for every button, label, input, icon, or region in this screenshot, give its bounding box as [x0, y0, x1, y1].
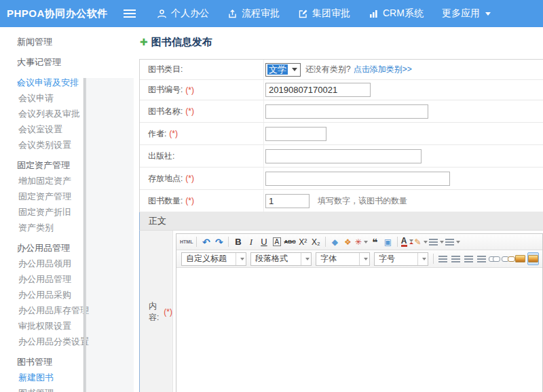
sidebar-item[interactable]: 一办公用品分类设置 — [0, 334, 134, 349]
sidebar-item[interactable]: 一增加固定资产 — [0, 173, 134, 189]
sidebar-item-label: 办公用品库存管理 — [18, 305, 89, 315]
sidebar-item-label: 固定资产管理 — [17, 160, 70, 170]
html-source-icon[interactable]: HTML — [180, 235, 193, 248]
sidebar-item[interactable]: 一办公用品采购 — [0, 287, 134, 302]
book-number-input[interactable] — [265, 83, 371, 97]
page-title: 图书信息发布 — [151, 36, 212, 49]
required-mark: (*) — [185, 106, 194, 116]
subscript-icon[interactable]: X₂ — [310, 235, 322, 248]
sidebar-item[interactable]: ›新闻管理 — [0, 34, 134, 50]
sidebar-item[interactable]: 一新建图书 — [0, 370, 134, 385]
topnav-item[interactable]: 个人办公 — [157, 7, 209, 20]
category-hint: 还没有类别? — [305, 64, 351, 75]
topnav-item[interactable]: CRM系统 — [369, 7, 424, 20]
blockquote-icon[interactable]: ❝ — [369, 235, 381, 248]
sidebar-item[interactable]: 一会议申请 — [0, 90, 134, 106]
topnav-item[interactable]: 流程审批 — [227, 7, 280, 20]
topnav-item[interactable]: 集团审批 — [298, 7, 350, 20]
required-mark: (*) — [164, 307, 172, 317]
sidebar-item[interactable]: 一固定资产管理 — [0, 189, 134, 204]
select-label: 字号 — [379, 253, 413, 264]
highlight-color-icon[interactable]: ✎ — [415, 235, 428, 248]
book-name-input[interactable] — [265, 104, 428, 119]
italic-icon[interactable]: I — [245, 235, 257, 248]
sidebar-item[interactable]: 一办公用品库存管理 — [0, 302, 134, 318]
dropdown-caret-icon — [301, 253, 311, 265]
chevron-right-icon: › — [0, 239, 17, 256]
sidebar-item-label: 会议类别设置 — [18, 140, 71, 150]
sidebar-menu: ›新闻管理›大事记管理›会议申请及安排一会议申请一会议列表及审批一会议室设置一会… — [0, 27, 134, 392]
select-label: 自定义标题 — [186, 253, 231, 264]
superscript-icon[interactable]: X² — [297, 235, 309, 248]
align-justify-icon[interactable] — [476, 252, 487, 265]
dropdown-caret-icon — [440, 241, 444, 243]
text-border-icon[interactable]: A — [271, 235, 282, 248]
custom-title-select[interactable]: 自定义标题 — [181, 252, 246, 266]
sidebar-item[interactable]: ›固定资产管理 — [0, 157, 134, 173]
font-color-icon[interactable]: A — [401, 235, 413, 248]
insert-image-icon — [515, 255, 525, 262]
bold-icon[interactable]: B — [232, 235, 244, 248]
underline-icon[interactable]: U — [258, 235, 269, 248]
redo-icon[interactable]: ↷ — [213, 235, 225, 248]
category-select[interactable]: 文学 — [265, 63, 301, 77]
chevron-right-icon: › — [0, 33, 17, 50]
main-content: ✚ 图书信息发布 图书类目: 文学 还没有类别? 点击添加类别>> 图书编号:(… — [134, 27, 543, 392]
field-label: 存放地点: — [148, 173, 183, 184]
quantity-input[interactable] — [265, 194, 310, 208]
author-input[interactable] — [265, 127, 326, 141]
align-right-icon[interactable] — [463, 252, 474, 265]
paste-filter-icon[interactable]: ▣ — [382, 235, 394, 248]
dash-icon: 一 — [0, 220, 18, 236]
sidebar-item[interactable]: 一办公用品领用 — [0, 256, 134, 271]
add-icon: ✚ — [140, 37, 148, 47]
sidebar-item[interactable]: ›图书管理 — [0, 354, 134, 370]
sidebar-item[interactable]: 一资产类别 — [0, 220, 134, 235]
sidebar-item[interactable]: ›会议申请及安排 — [0, 75, 134, 90]
link-icon[interactable] — [489, 252, 500, 265]
sidebar-item-label: 大事记管理 — [17, 57, 61, 67]
sidebar-item[interactable]: 一会议室设置 — [0, 121, 134, 137]
add-category-link[interactable]: 点击添加类别>> — [354, 64, 412, 75]
font-family-select[interactable]: 字体 — [316, 252, 370, 266]
undo-icon[interactable]: ↶ — [200, 235, 212, 248]
sidebar-item[interactable]: 一办公用品管理 — [0, 271, 134, 287]
align-center-icon[interactable] — [450, 252, 462, 265]
topnav-item[interactable]: 更多应用 — [442, 7, 491, 20]
eraser-icon[interactable]: ◆ — [329, 235, 341, 248]
dash-icon: 一 — [0, 91, 18, 106]
sidebar-item[interactable]: ›办公用品管理 — [0, 240, 134, 256]
publisher-input[interactable] — [265, 149, 422, 163]
insert-image-icon[interactable] — [514, 252, 526, 265]
topnav-label: 更多应用 — [442, 7, 480, 20]
font-size-select[interactable]: 字号 — [374, 252, 428, 266]
format-painter-icon[interactable]: ❖ — [342, 235, 354, 248]
sidebar-scrollbar[interactable] — [83, 78, 86, 392]
image-manager-icon[interactable] — [527, 252, 539, 265]
sidebar-item[interactable]: 一会议列表及审批 — [0, 106, 134, 121]
quantity-hint: 填写数字，该图书的数量 — [318, 195, 407, 207]
menu-toggle-icon[interactable] — [124, 9, 136, 18]
sidebar-item[interactable]: 一固定资产折旧 — [0, 204, 134, 220]
topbar: PHPOA协同办公软件 个人办公流程审批集团审批CRM系统更多应用 — [0, 0, 543, 27]
storage-location-input[interactable] — [265, 172, 450, 186]
sidebar-item[interactable]: 一图书管理 — [0, 385, 134, 392]
paragraph-format-select[interactable]: 段落格式 — [250, 252, 312, 266]
form-row-location: 存放地点:(*) — [140, 168, 543, 190]
sidebar-item[interactable]: 一审批权限设置 — [0, 318, 134, 334]
crm-chart-icon — [369, 9, 379, 19]
sidebar-item[interactable]: 一会议类别设置 — [0, 137, 134, 153]
unlink-icon[interactable] — [502, 252, 513, 265]
auto-typeset-icon[interactable]: ✳ — [355, 235, 368, 248]
rich-text-editor: HTML↶↷BIUAABCX²X₂◆❖✳❝▣A✎ 自定义标题段落格式字体字号 — [176, 233, 543, 392]
sidebar-item-label: 会议申请 — [18, 93, 54, 103]
strikethrough-icon[interactable]: ABC — [284, 235, 295, 248]
topnav-label: 集团审批 — [312, 7, 350, 20]
align-left-icon[interactable] — [437, 252, 449, 265]
sidebar-item[interactable]: ›大事记管理 — [0, 54, 134, 70]
unordered-list-icon[interactable] — [445, 235, 460, 248]
form-row-book-number: 图书编号:(*) — [140, 80, 543, 100]
image-manager-icon — [528, 255, 538, 262]
ordered-list-icon[interactable] — [429, 235, 444, 248]
editor-content[interactable] — [176, 268, 542, 392]
